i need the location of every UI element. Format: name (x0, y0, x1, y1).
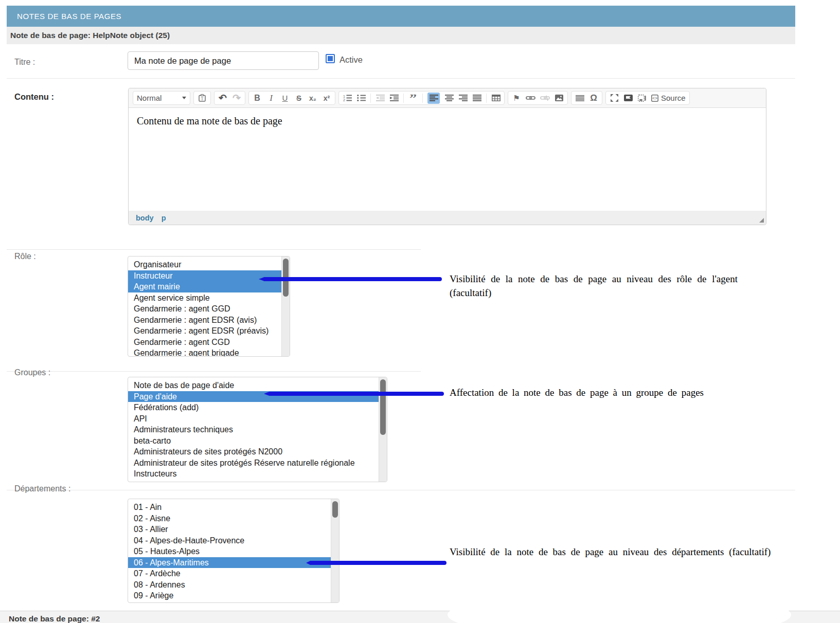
horizontal-rule-button[interactable] (575, 93, 584, 104)
resize-handle-icon[interactable] (759, 218, 764, 223)
toolbar-group-insert: Ω (571, 91, 602, 105)
format-dropdown[interactable]: Normal (137, 94, 186, 102)
toolbar-group-paragraph: 12 ” (338, 91, 505, 105)
underline-icon: U (282, 93, 288, 104)
undo-button[interactable]: ↶ (218, 93, 227, 104)
list-option[interactable]: 01 - Ain (128, 502, 331, 513)
role-scrollbar[interactable] (281, 256, 290, 356)
departements-options: 01 - Ain02 - Aisne03 - Allier04 - Alpes-… (128, 499, 331, 602)
format-value: Normal (137, 94, 162, 102)
table-button[interactable] (491, 93, 501, 104)
list-option[interactable]: Instructeurs (128, 468, 379, 480)
superscript-button[interactable]: x² (322, 93, 331, 104)
list-option[interactable]: Gendarmerie : agent CGD (128, 337, 281, 348)
element-path-item[interactable]: body (136, 214, 154, 222)
source-label: Source (661, 93, 686, 104)
titre-input[interactable] (128, 51, 319, 70)
indent-icon (390, 95, 399, 101)
list-option[interactable]: 04 - Alpes-de-Haute-Provence (128, 535, 331, 546)
align-center-button[interactable] (444, 93, 454, 104)
annotation-arrow-role (259, 277, 442, 281)
list-option[interactable]: beta-carto (128, 435, 379, 447)
list-option[interactable]: 09 - Ariège (128, 590, 331, 601)
align-left-button[interactable] (427, 93, 440, 104)
link-icon (526, 95, 535, 101)
redo-button[interactable]: ↷ (232, 93, 241, 104)
list-option[interactable]: Fédérations (add) (128, 402, 379, 413)
list-option[interactable]: Administrateurs de sites protégés N2000 (128, 446, 379, 457)
rich-text-editor: Normal T ↶ ↷ B I U S x₂ x² (128, 88, 766, 225)
horizontal-rule-icon (576, 95, 584, 101)
list-option[interactable]: Gendarmerie : agent EDSR (préavis) (128, 325, 281, 337)
align-right-icon (459, 95, 468, 101)
annotation-role: Visibilité de la note de bas de page au … (450, 272, 738, 300)
module-header: NOTES DE BAS DE PAGES (7, 6, 795, 27)
source-button[interactable]: <> Source (651, 93, 686, 104)
active-label: Active (339, 55, 363, 65)
image-icon (555, 95, 563, 101)
annotation-arrow-groupes (264, 392, 444, 396)
bold-button[interactable]: B (253, 93, 262, 104)
align-right-button[interactable] (458, 93, 468, 104)
blockquote-button[interactable]: ” (408, 95, 418, 102)
list-option[interactable]: Administrateur de sites protégés Réserve… (128, 457, 379, 469)
list-option[interactable]: 05 - Hautes-Alpes (128, 546, 331, 557)
maximize-button[interactable] (610, 93, 619, 104)
numbered-list-button[interactable]: 12 (343, 93, 352, 104)
scrollbar-thumb[interactable] (380, 379, 386, 435)
active-checkbox[interactable] (326, 54, 335, 63)
create-div-icon (638, 95, 646, 102)
role-multiselect[interactable]: OrganisateurInstructeurAgent mairieAgent… (128, 256, 290, 357)
departements-scrollbar[interactable] (331, 499, 339, 602)
list-option[interactable]: Gendarmerie : agent EDSR (avis) (128, 315, 281, 326)
list-option[interactable]: Agent service simple (128, 292, 281, 304)
divider (7, 490, 795, 490)
image-button[interactable] (555, 93, 564, 104)
outdent-button (376, 93, 385, 104)
link-button[interactable] (526, 93, 535, 104)
list-option[interactable]: Administrateurs techniques (128, 424, 379, 435)
show-blocks-button[interactable] (623, 93, 633, 104)
page-curl-cutout (448, 591, 791, 623)
divider (7, 249, 421, 250)
contenu-label: Contenu : (14, 92, 54, 102)
list-option[interactable]: Note de bas de page d'aide (128, 380, 379, 391)
divider (7, 78, 795, 79)
list-option[interactable]: Gendarmerie : agent brigade (128, 347, 281, 356)
list-option[interactable]: 06 - Alpes-Maritimes (128, 557, 331, 569)
bulleted-list-button[interactable] (356, 93, 366, 104)
annotation-departements: Visibilité de la note de bas de page au … (450, 545, 771, 559)
subscript-button[interactable]: x₂ (308, 93, 317, 104)
list-option[interactable]: Agent mairie (128, 281, 281, 292)
list-option[interactable]: Gendarmerie : agent GGD (128, 303, 281, 315)
toolbar-group-basicstyles: B I U S x₂ x² (248, 91, 335, 105)
list-option[interactable]: Instructeur (128, 270, 281, 282)
strikethrough-button[interactable]: S (294, 93, 303, 104)
superscript-icon: x² (324, 93, 330, 104)
omega-icon: Ω (590, 93, 597, 104)
list-option[interactable]: 02 - Aisne (128, 513, 331, 524)
list-option[interactable]: 08 - Ardennes (128, 579, 331, 591)
underline-button[interactable]: U (280, 93, 290, 104)
list-option[interactable]: API (128, 413, 379, 425)
departements-multiselect[interactable]: 01 - Ain02 - Aisne03 - Allier04 - Alpes-… (128, 499, 339, 603)
titre-label: Titre : (14, 58, 35, 67)
list-option[interactable]: Organisateur (128, 259, 281, 270)
list-option[interactable]: 07 - Ardèche (128, 568, 331, 579)
justify-button[interactable] (472, 93, 481, 104)
paste-text-icon: T (199, 94, 206, 102)
subscript-icon: x₂ (309, 93, 316, 104)
list-option[interactable]: 03 - Allier (128, 524, 331, 535)
create-div-button[interactable] (637, 93, 647, 104)
toolbar-group-links: ⚑ (508, 91, 568, 105)
element-path-item[interactable]: p (162, 214, 166, 222)
editor-element-path: bodyp (129, 211, 766, 225)
italic-button[interactable]: I (266, 93, 276, 104)
special-char-button[interactable]: Ω (589, 93, 598, 104)
indent-button[interactable] (389, 93, 399, 104)
scrollbar-thumb[interactable] (332, 501, 338, 518)
paste-text-button[interactable]: T (198, 93, 207, 104)
editor-content[interactable]: Contenu de ma note de bas de page (129, 108, 766, 211)
anchor-button[interactable]: ⚑ (512, 93, 521, 104)
strikethrough-icon: S (296, 93, 301, 104)
